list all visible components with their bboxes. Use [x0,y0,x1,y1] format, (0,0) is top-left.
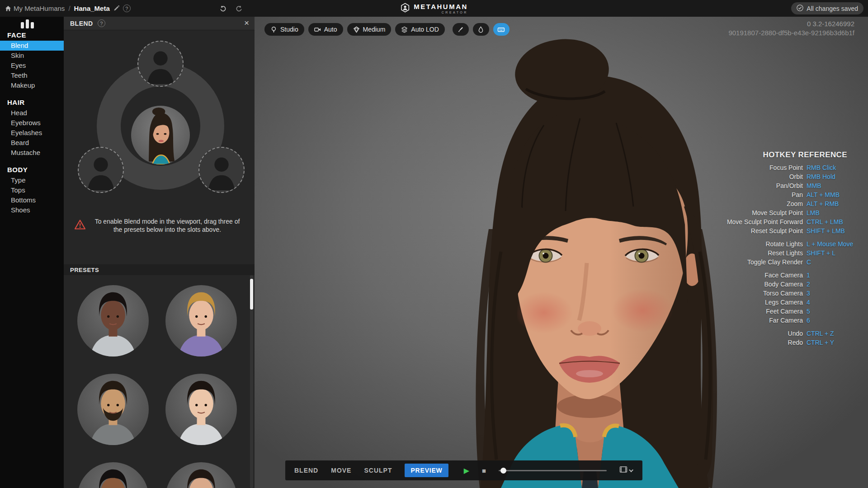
video-camera-icon [314,26,321,33]
hotkey-reference-panel: HOTKEY REFERENCE Focus PointRMB Click Or… [689,150,857,352]
sidebar-item-makeup[interactable]: Makeup [0,80,64,90]
camera-auto-label: Auto [324,26,337,33]
gem-icon [353,26,360,33]
sidebar-section-hair: HAIR Head Eyebrows Eyelashes Beard Musta… [0,99,64,158]
hotkey-label: Torso Camera [689,290,803,297]
hotkey-value: L + Mouse Move [807,240,857,248]
sidebar-item-shoes[interactable]: Shoes [0,205,64,215]
blend-center-avatar[interactable] [131,106,190,164]
sidebar-item-type[interactable]: Type [0,175,64,185]
app-logo-icon [21,19,64,28]
hotkey-label: Pan [689,191,803,198]
blend-slot-left[interactable] [78,147,124,193]
blend-stage [64,30,255,225]
hotkey-label: Pan/Orbit [689,182,803,189]
preset-avatar-3[interactable] [77,374,149,445]
hotkey-value: C [807,258,857,266]
sidebar-item-bottoms[interactable]: Bottoms [0,195,64,205]
warning-icon [75,220,85,231]
hotkey-group-navigation: Focus PointRMB Click OrbitRMB Hold Pan/O… [689,164,857,235]
tab-sculpt[interactable]: SCULPT [364,467,392,474]
sidebar-item-eyes[interactable]: Eyes [0,61,64,70]
hotkey-label: Focus Point [689,164,803,171]
presets-title: PRESETS [70,267,99,273]
studio-lighting-button[interactable]: Studio [264,23,304,36]
sidebar-item-mustache[interactable]: Mustache [0,148,64,158]
build-info: 0 3.2-16246992 90191807-2880-df5b-e43e-9… [728,19,854,38]
presets-list [64,275,255,488]
hotkey-label: Body Camera [689,281,803,288]
help-icon[interactable]: ? [123,5,131,12]
sidebar-item-eyelashes[interactable]: Eyelashes [0,128,64,138]
build-version: 0 3.2-16246992 [728,19,854,28]
tab-preview[interactable]: PREVIEW [405,464,448,477]
presets-scrollbar-thumb[interactable] [250,279,253,310]
check-circle-icon [797,5,803,13]
paint-drop-icon [477,26,484,33]
sidebar-item-blend[interactable]: Blend [0,41,64,51]
edit-name-icon[interactable] [113,5,119,11]
sculpt-brush-button[interactable] [453,23,469,36]
close-panel-icon[interactable]: × [244,18,249,28]
metahuman-creator-app: My MetaHumans / Hana_Meta ? [0,0,868,488]
sidebar-item-tops[interactable]: Tops [0,185,64,195]
hotkey-label: Feet Camera [689,308,803,315]
preset-avatar-4[interactable] [165,374,237,445]
blend-slot-top[interactable] [137,41,184,87]
hotkey-label: Zoom [689,200,803,207]
preset-avatar-2[interactable] [165,285,237,357]
camera-auto-button[interactable]: Auto [308,23,343,36]
presets-scrollbar[interactable] [250,275,253,488]
chevron-down-icon [629,468,633,472]
hotkey-value: LMB [807,209,857,216]
auto-lod-button[interactable]: Auto LOD [395,23,444,36]
stop-button[interactable]: ■ [482,467,486,474]
hotkey-label: Redo [689,339,803,346]
blend-slot-right[interactable] [198,147,245,193]
logo-brand: METAHUMAN [414,3,468,10]
sidebar-section-body: BODY Type Tops Bottoms Shoes [0,166,64,215]
undo-icon[interactable] [219,5,227,12]
hotkey-group-lighting: Rotate LightsL + Mouse Move Reset Lights… [689,240,857,266]
studio-label: Studio [280,26,298,33]
timeline-slider-handle[interactable] [500,468,506,474]
hotkey-value: 4 [807,299,857,306]
sidebar-item-eyebrows[interactable]: Eyebrows [0,118,64,128]
sidebar-item-head[interactable]: Head [0,108,64,118]
brush-icon [457,26,464,33]
hotkey-label: Reset Lights [689,249,803,257]
sidebar-item-skin[interactable]: Skin [0,51,64,61]
tab-move[interactable]: MOVE [331,467,351,474]
blend-panel: BLEND ? × [64,17,255,488]
hotkey-label: Orbit [689,173,803,180]
viewport-toolbar: Studio Auto Medium Auto LOD [264,23,509,36]
hotkey-label: Rotate Lights [689,240,803,248]
redo-icon[interactable] [235,5,243,12]
tab-blend[interactable]: BLEND [294,467,318,474]
frame-rate-menu[interactable] [619,466,633,475]
logo-text: METAHUMAN CREATOR [414,3,468,14]
mode-toolbar: BLEND MOVE SCULPT PREVIEW ▶ ■ [285,460,642,480]
preset-avatar-6[interactable] [165,462,237,488]
preset-avatar-1[interactable] [77,285,149,357]
preset-avatar-5[interactable] [77,462,149,488]
hotkey-value: CTRL + Z [807,330,857,337]
keyboard-shortcuts-button[interactable] [493,23,509,36]
auto-lod-label: Auto LOD [411,26,439,33]
material-paint-button[interactable] [473,23,489,36]
hotkey-label: Reset Sculpt Point [689,227,803,235]
quality-medium-button[interactable]: Medium [347,23,392,36]
sidebar-item-teeth[interactable]: Teeth [0,70,64,80]
breadcrumb-root[interactable]: My MetaHumans [14,5,65,12]
hotkey-label: Move Sculpt Point [689,209,803,216]
blend-help-icon[interactable]: ? [98,19,105,27]
sidebar-header-hair: HAIR [0,99,64,106]
undo-redo-group [219,0,243,17]
sidebar-item-beard[interactable]: Beard [0,138,64,148]
home-icon[interactable] [5,5,12,12]
timeline-slider[interactable] [499,470,607,471]
3d-viewport[interactable]: Studio Auto Medium Auto LOD [255,17,868,488]
breadcrumb-current: Hana_Meta [74,5,110,12]
save-status-text: All changes saved [807,5,858,12]
play-button[interactable]: ▶ [464,466,469,475]
